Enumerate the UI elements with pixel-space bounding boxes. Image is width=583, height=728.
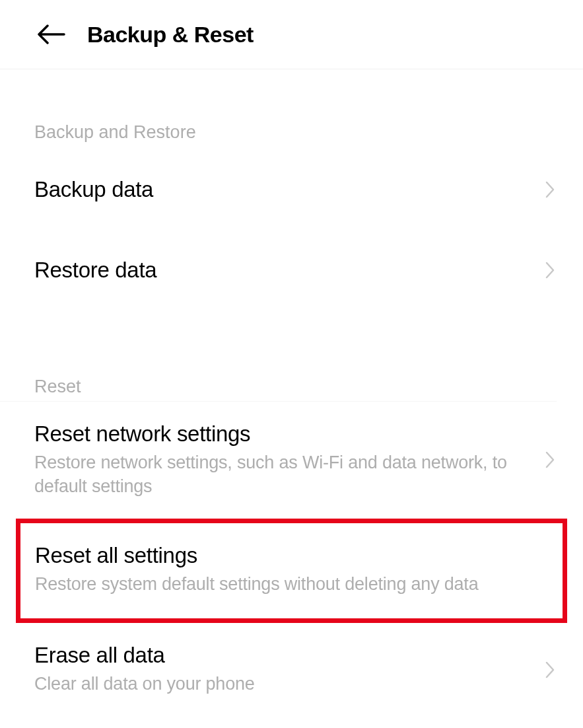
section-header-backup-restore: Backup and Restore (0, 69, 583, 149)
reset-all-settings-item[interactable]: Reset all settings Restore system defaul… (16, 519, 567, 623)
list-item-title: Restore data (34, 258, 537, 283)
list-item-text: Reset all settings Restore system defaul… (35, 543, 556, 596)
list-item-title: Reset all settings (35, 543, 556, 568)
list-item-text: Reset network settings Restore network s… (34, 421, 537, 499)
chevron-right-icon (543, 258, 557, 282)
list-item-title: Erase all data (34, 643, 537, 668)
list-item-text: Backup data (34, 177, 537, 202)
list-item-text: Restore data (34, 258, 537, 283)
list-item-subtitle: Clear all data on your phone (34, 672, 537, 696)
restore-data-item[interactable]: Restore data (0, 230, 583, 310)
list-item-text: Erase all data Clear all data on your ph… (34, 643, 537, 696)
list-item-subtitle: Restore network settings, such as Wi-Fi … (34, 451, 537, 499)
back-arrow-icon[interactable] (37, 20, 66, 49)
list-item-title: Reset network settings (34, 421, 537, 447)
chevron-right-icon (543, 448, 557, 472)
reset-network-settings-item[interactable]: Reset network settings Restore network s… (0, 402, 583, 519)
backup-data-item[interactable]: Backup data (0, 149, 583, 230)
chevron-right-icon (543, 658, 557, 682)
content-area: Backup and Restore Backup data Restore d… (0, 69, 583, 716)
header-bar: Backup & Reset (0, 0, 583, 69)
section-header-reset: Reset (0, 310, 557, 402)
list-item-subtitle: Restore system default settings without … (35, 572, 556, 596)
page-title: Backup & Reset (87, 22, 254, 48)
list-item-title: Backup data (34, 177, 537, 202)
erase-all-data-item[interactable]: Erase all data Clear all data on your ph… (0, 623, 583, 715)
chevron-right-icon (543, 178, 557, 201)
